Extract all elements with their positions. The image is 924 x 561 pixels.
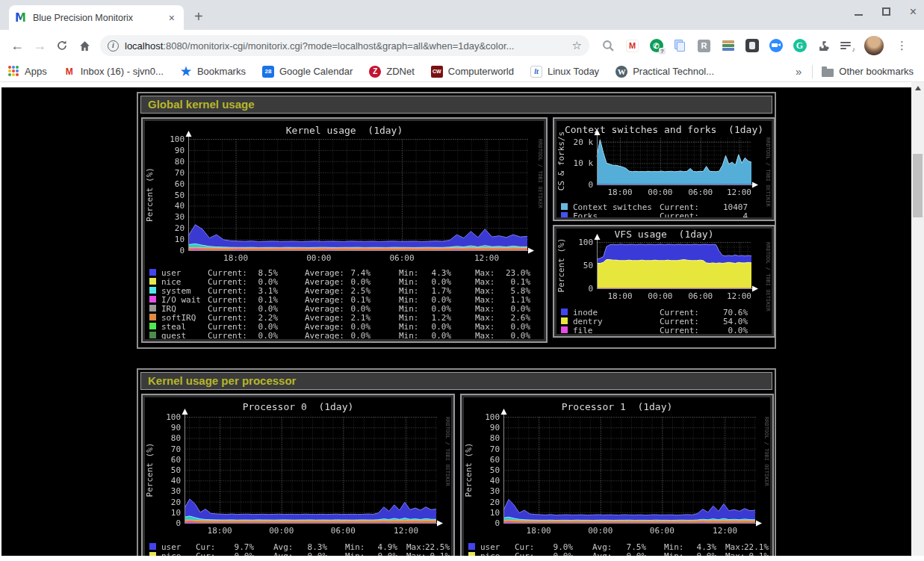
vfs-usage-graph-panel xyxy=(553,225,775,338)
section-title: Kernel usage per processor xyxy=(140,372,772,390)
bookmark-label: Practical Technol... xyxy=(633,66,714,77)
monitorix-page: Global kernel usage xyxy=(1,87,911,561)
window-bottom-edge xyxy=(0,556,924,561)
bookmark-label: Bookmarks xyxy=(197,66,246,77)
processor1-graph-panel xyxy=(460,394,774,561)
apps-icon xyxy=(7,66,19,78)
lt-icon: lt xyxy=(530,66,542,78)
scrollbar-thumb[interactable] xyxy=(913,154,923,217)
copy-pages-extension-icon[interactable] xyxy=(673,39,687,53)
minimize-button[interactable] xyxy=(855,14,863,16)
star-icon: ★ xyxy=(180,66,192,78)
page-scrollbar[interactable] xyxy=(911,82,924,556)
url-host: localhost xyxy=(125,40,163,52)
library-extension-icon[interactable] xyxy=(721,39,735,53)
wp-icon: W xyxy=(616,66,627,78)
profile-avatar[interactable] xyxy=(864,36,884,55)
cw-icon: CW xyxy=(431,66,443,78)
site-info-icon[interactable]: i xyxy=(108,40,119,52)
tab-title: Blue Precision Monitorix xyxy=(33,13,166,23)
processor1-graph[interactable] xyxy=(464,397,770,561)
vfs-usage-graph[interactable] xyxy=(556,229,772,334)
bookmark-item-cw[interactable]: CWComputerworld xyxy=(431,66,514,78)
bookmarks-overflow-icon[interactable]: » xyxy=(796,65,801,78)
tab-strip: M Blue Precision Monitorix × + × xyxy=(0,0,924,30)
address-bar[interactable]: i localhost:8080/monitorix-cgi/monitorix… xyxy=(100,35,589,56)
back-button[interactable]: ← xyxy=(6,34,28,57)
global-kernel-usage-section: Global kernel usage xyxy=(137,92,776,349)
bookmark-item-apps[interactable]: Apps xyxy=(7,66,47,78)
notes-extension-icon[interactable] xyxy=(745,39,759,53)
bookmark-item-gmail[interactable]: MInbox (16) - sjvn0... xyxy=(63,66,164,78)
google-voice-extension-icon[interactable]: ✆? xyxy=(649,39,663,53)
monitorix-favicon-icon: M xyxy=(15,12,27,24)
url-text[interactable]: localhost:8080/monitorix-cgi/monitorix.c… xyxy=(125,40,566,52)
kernel-usage-graph-panel xyxy=(141,117,548,343)
reload-button[interactable] xyxy=(51,34,73,57)
gmail-icon: M xyxy=(63,66,75,78)
bookmark-item-cal[interactable]: 28Google Calendar xyxy=(262,66,353,78)
bookmark-label: Linux Today xyxy=(548,66,599,77)
zdnet-icon: Z xyxy=(369,66,381,78)
zoom-extension-icon[interactable] xyxy=(769,39,783,53)
reload-icon xyxy=(56,40,68,52)
url-path: :8080/monitorix-cgi/monitorix.cgi?mode=l… xyxy=(163,40,514,52)
maximize-button[interactable] xyxy=(882,7,890,16)
browser-tab[interactable]: M Blue Precision Monitorix × xyxy=(9,5,184,30)
context-switches-graph[interactable] xyxy=(556,121,772,217)
scrollbar-up-icon[interactable] xyxy=(915,86,921,90)
window-close-button[interactable]: × xyxy=(910,7,917,16)
home-icon xyxy=(78,40,91,52)
section-title: Global kernel usage xyxy=(140,96,772,114)
kernel-usage-graph[interactable] xyxy=(145,121,544,339)
gmail-extension-icon[interactable]: M xyxy=(625,39,639,53)
context-switches-graph-panel xyxy=(553,117,775,221)
bookmark-label: Computerworld xyxy=(448,66,514,77)
browser-toolbar: ← → i localhost:8080/monitorix-cgi/monit… xyxy=(0,30,924,61)
bookmark-items: AppsMInbox (16) - sjvn0...★Bookmarks28Go… xyxy=(7,66,731,78)
extensions-area: M ✆? R G ♪ ⋮ xyxy=(601,36,908,55)
cal-icon: 28 xyxy=(262,66,274,78)
grammarly-extension-icon[interactable]: G xyxy=(793,39,807,53)
bookmarks-divider xyxy=(812,65,813,78)
bookmark-item-star[interactable]: ★Bookmarks xyxy=(180,66,246,78)
extensions-puzzle-icon[interactable] xyxy=(816,39,831,53)
bookmark-item-zdnet[interactable]: ZZDNet xyxy=(369,66,415,78)
bookmark-label: Apps xyxy=(25,66,47,77)
bookmark-label: Google Calendar xyxy=(279,66,353,77)
kernel-per-processor-section: Kernel usage per processor xyxy=(137,368,776,561)
other-bookmarks-button[interactable]: Other bookmarks xyxy=(822,66,914,77)
forward-button[interactable]: → xyxy=(28,34,51,57)
home-button[interactable] xyxy=(73,34,96,57)
playlist-extension-icon[interactable]: ♪ xyxy=(840,39,855,53)
window-controls: × xyxy=(855,7,917,16)
bookmark-item-wp[interactable]: WPractical Technol... xyxy=(616,66,714,78)
bookmarks-bar: AppsMInbox (16) - sjvn0...★Bookmarks28Go… xyxy=(0,61,924,82)
bookmark-item-lt[interactable]: ltLinux Today xyxy=(530,66,599,78)
browser-window: M Blue Precision Monitorix × + × ← → i l… xyxy=(0,0,924,561)
other-bookmarks-label: Other bookmarks xyxy=(839,66,914,77)
browser-menu-icon[interactable]: ⋮ xyxy=(896,39,908,52)
reading-extension-icon[interactable]: R xyxy=(697,39,711,53)
processor0-graph-panel xyxy=(141,394,455,561)
new-tab-button[interactable]: + xyxy=(194,8,203,25)
search-extension-icon[interactable] xyxy=(601,39,616,53)
bookmark-label: ZDNet xyxy=(386,66,415,77)
bookmark-star-icon[interactable]: ☆ xyxy=(572,39,582,52)
page-viewport: Global kernel usage xyxy=(0,82,924,561)
processor0-graph[interactable] xyxy=(145,397,451,561)
folder-icon xyxy=(822,69,834,77)
bookmark-label: Inbox (16) - sjvn0... xyxy=(81,66,164,77)
tab-close-icon[interactable]: × xyxy=(166,12,178,24)
